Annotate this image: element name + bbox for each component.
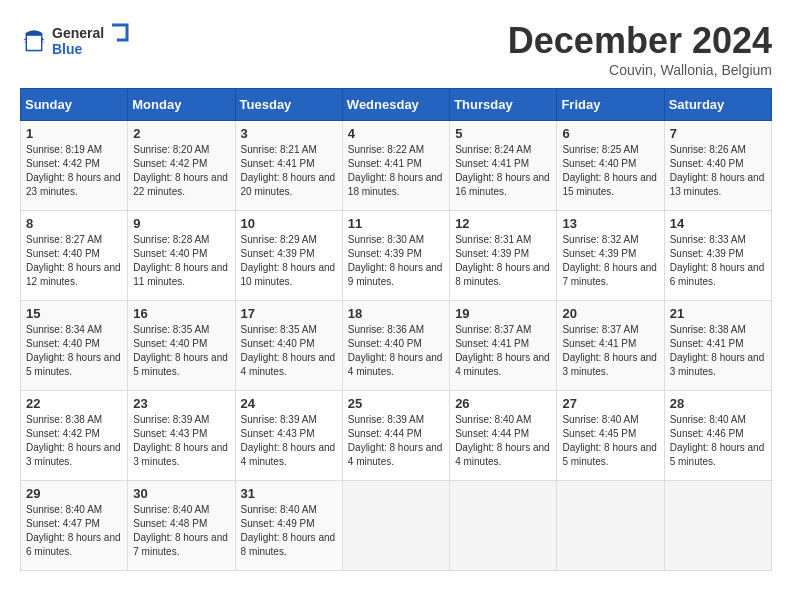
day-info: Sunrise: 8:34 AM Sunset: 4:40 PM Dayligh… xyxy=(26,323,122,379)
calendar-day-cell: 10 Sunrise: 8:29 AM Sunset: 4:39 PM Dayl… xyxy=(235,211,342,301)
calendar-day-cell: 26 Sunrise: 8:40 AM Sunset: 4:44 PM Dayl… xyxy=(450,391,557,481)
calendar-day-cell: 14 Sunrise: 8:33 AM Sunset: 4:39 PM Dayl… xyxy=(664,211,771,301)
calendar-day-cell xyxy=(557,481,664,571)
page-header: General Blue December 2024 Couvin, Wallo… xyxy=(20,20,772,78)
day-number: 2 xyxy=(133,126,229,141)
calendar-week-row: 15 Sunrise: 8:34 AM Sunset: 4:40 PM Dayl… xyxy=(21,301,772,391)
day-number: 28 xyxy=(670,396,766,411)
day-info: Sunrise: 8:27 AM Sunset: 4:40 PM Dayligh… xyxy=(26,233,122,289)
calendar-day-cell: 28 Sunrise: 8:40 AM Sunset: 4:46 PM Dayl… xyxy=(664,391,771,481)
day-number: 21 xyxy=(670,306,766,321)
calendar-day-cell: 18 Sunrise: 8:36 AM Sunset: 4:40 PM Dayl… xyxy=(342,301,449,391)
svg-text:General: General xyxy=(52,25,104,41)
day-info: Sunrise: 8:26 AM Sunset: 4:40 PM Dayligh… xyxy=(670,143,766,199)
day-info: Sunrise: 8:40 AM Sunset: 4:49 PM Dayligh… xyxy=(241,503,337,559)
day-info: Sunrise: 8:39 AM Sunset: 4:44 PM Dayligh… xyxy=(348,413,444,469)
day-number: 9 xyxy=(133,216,229,231)
calendar-day-cell: 8 Sunrise: 8:27 AM Sunset: 4:40 PM Dayli… xyxy=(21,211,128,301)
day-of-week-header: Sunday xyxy=(21,89,128,121)
day-info: Sunrise: 8:31 AM Sunset: 4:39 PM Dayligh… xyxy=(455,233,551,289)
calendar-day-cell: 1 Sunrise: 8:19 AM Sunset: 4:42 PM Dayli… xyxy=(21,121,128,211)
calendar-day-cell: 21 Sunrise: 8:38 AM Sunset: 4:41 PM Dayl… xyxy=(664,301,771,391)
day-info: Sunrise: 8:36 AM Sunset: 4:40 PM Dayligh… xyxy=(348,323,444,379)
day-info: Sunrise: 8:38 AM Sunset: 4:41 PM Dayligh… xyxy=(670,323,766,379)
day-number: 24 xyxy=(241,396,337,411)
day-of-week-header: Saturday xyxy=(664,89,771,121)
day-number: 11 xyxy=(348,216,444,231)
calendar-day-cell: 23 Sunrise: 8:39 AM Sunset: 4:43 PM Dayl… xyxy=(128,391,235,481)
calendar-week-row: 22 Sunrise: 8:38 AM Sunset: 4:42 PM Dayl… xyxy=(21,391,772,481)
day-info: Sunrise: 8:28 AM Sunset: 4:40 PM Dayligh… xyxy=(133,233,229,289)
day-info: Sunrise: 8:40 AM Sunset: 4:44 PM Dayligh… xyxy=(455,413,551,469)
calendar-day-cell: 9 Sunrise: 8:28 AM Sunset: 4:40 PM Dayli… xyxy=(128,211,235,301)
day-info: Sunrise: 8:24 AM Sunset: 4:41 PM Dayligh… xyxy=(455,143,551,199)
day-number: 17 xyxy=(241,306,337,321)
svg-rect-3 xyxy=(27,36,41,50)
day-info: Sunrise: 8:30 AM Sunset: 4:39 PM Dayligh… xyxy=(348,233,444,289)
calendar-week-row: 8 Sunrise: 8:27 AM Sunset: 4:40 PM Dayli… xyxy=(21,211,772,301)
day-info: Sunrise: 8:40 AM Sunset: 4:47 PM Dayligh… xyxy=(26,503,122,559)
day-number: 29 xyxy=(26,486,122,501)
day-of-week-header: Monday xyxy=(128,89,235,121)
day-number: 15 xyxy=(26,306,122,321)
day-number: 14 xyxy=(670,216,766,231)
day-info: Sunrise: 8:25 AM Sunset: 4:40 PM Dayligh… xyxy=(562,143,658,199)
calendar-day-cell: 5 Sunrise: 8:24 AM Sunset: 4:41 PM Dayli… xyxy=(450,121,557,211)
day-number: 23 xyxy=(133,396,229,411)
day-number: 13 xyxy=(562,216,658,231)
svg-text:Blue: Blue xyxy=(52,41,83,57)
day-info: Sunrise: 8:40 AM Sunset: 4:48 PM Dayligh… xyxy=(133,503,229,559)
day-of-week-header: Tuesday xyxy=(235,89,342,121)
day-number: 20 xyxy=(562,306,658,321)
day-info: Sunrise: 8:29 AM Sunset: 4:39 PM Dayligh… xyxy=(241,233,337,289)
location-subtitle: Couvin, Wallonia, Belgium xyxy=(508,62,772,78)
logo: General Blue xyxy=(20,20,132,60)
day-info: Sunrise: 8:40 AM Sunset: 4:46 PM Dayligh… xyxy=(670,413,766,469)
day-info: Sunrise: 8:32 AM Sunset: 4:39 PM Dayligh… xyxy=(562,233,658,289)
calendar-day-cell: 31 Sunrise: 8:40 AM Sunset: 4:49 PM Dayl… xyxy=(235,481,342,571)
day-number: 1 xyxy=(26,126,122,141)
day-number: 12 xyxy=(455,216,551,231)
day-number: 10 xyxy=(241,216,337,231)
calendar-day-cell: 15 Sunrise: 8:34 AM Sunset: 4:40 PM Dayl… xyxy=(21,301,128,391)
day-of-week-header: Thursday xyxy=(450,89,557,121)
day-number: 8 xyxy=(26,216,122,231)
calendar-day-cell: 4 Sunrise: 8:22 AM Sunset: 4:41 PM Dayli… xyxy=(342,121,449,211)
day-of-week-header: Friday xyxy=(557,89,664,121)
calendar-day-cell: 17 Sunrise: 8:35 AM Sunset: 4:40 PM Dayl… xyxy=(235,301,342,391)
day-info: Sunrise: 8:19 AM Sunset: 4:42 PM Dayligh… xyxy=(26,143,122,199)
day-info: Sunrise: 8:37 AM Sunset: 4:41 PM Dayligh… xyxy=(455,323,551,379)
day-number: 16 xyxy=(133,306,229,321)
day-info: Sunrise: 8:38 AM Sunset: 4:42 PM Dayligh… xyxy=(26,413,122,469)
title-block: December 2024 Couvin, Wallonia, Belgium xyxy=(508,20,772,78)
day-info: Sunrise: 8:40 AM Sunset: 4:45 PM Dayligh… xyxy=(562,413,658,469)
day-number: 30 xyxy=(133,486,229,501)
day-number: 22 xyxy=(26,396,122,411)
logo-svg: General Blue xyxy=(52,20,132,60)
calendar-day-cell: 30 Sunrise: 8:40 AM Sunset: 4:48 PM Dayl… xyxy=(128,481,235,571)
calendar-day-cell: 12 Sunrise: 8:31 AM Sunset: 4:39 PM Dayl… xyxy=(450,211,557,301)
day-info: Sunrise: 8:20 AM Sunset: 4:42 PM Dayligh… xyxy=(133,143,229,199)
day-info: Sunrise: 8:22 AM Sunset: 4:41 PM Dayligh… xyxy=(348,143,444,199)
calendar-day-cell: 27 Sunrise: 8:40 AM Sunset: 4:45 PM Dayl… xyxy=(557,391,664,481)
calendar-day-cell: 6 Sunrise: 8:25 AM Sunset: 4:40 PM Dayli… xyxy=(557,121,664,211)
calendar-day-cell: 2 Sunrise: 8:20 AM Sunset: 4:42 PM Dayli… xyxy=(128,121,235,211)
calendar-day-cell: 11 Sunrise: 8:30 AM Sunset: 4:39 PM Dayl… xyxy=(342,211,449,301)
logo-icon xyxy=(20,26,48,54)
day-number: 18 xyxy=(348,306,444,321)
day-info: Sunrise: 8:33 AM Sunset: 4:39 PM Dayligh… xyxy=(670,233,766,289)
calendar-week-row: 1 Sunrise: 8:19 AM Sunset: 4:42 PM Dayli… xyxy=(21,121,772,211)
calendar-day-cell: 25 Sunrise: 8:39 AM Sunset: 4:44 PM Dayl… xyxy=(342,391,449,481)
calendar-header-row: SundayMondayTuesdayWednesdayThursdayFrid… xyxy=(21,89,772,121)
day-number: 31 xyxy=(241,486,337,501)
calendar-day-cell: 19 Sunrise: 8:37 AM Sunset: 4:41 PM Dayl… xyxy=(450,301,557,391)
calendar-week-row: 29 Sunrise: 8:40 AM Sunset: 4:47 PM Dayl… xyxy=(21,481,772,571)
day-info: Sunrise: 8:35 AM Sunset: 4:40 PM Dayligh… xyxy=(133,323,229,379)
day-number: 19 xyxy=(455,306,551,321)
day-of-week-header: Wednesday xyxy=(342,89,449,121)
day-number: 25 xyxy=(348,396,444,411)
calendar-day-cell xyxy=(450,481,557,571)
calendar-day-cell: 20 Sunrise: 8:37 AM Sunset: 4:41 PM Dayl… xyxy=(557,301,664,391)
day-number: 27 xyxy=(562,396,658,411)
calendar-day-cell: 22 Sunrise: 8:38 AM Sunset: 4:42 PM Dayl… xyxy=(21,391,128,481)
